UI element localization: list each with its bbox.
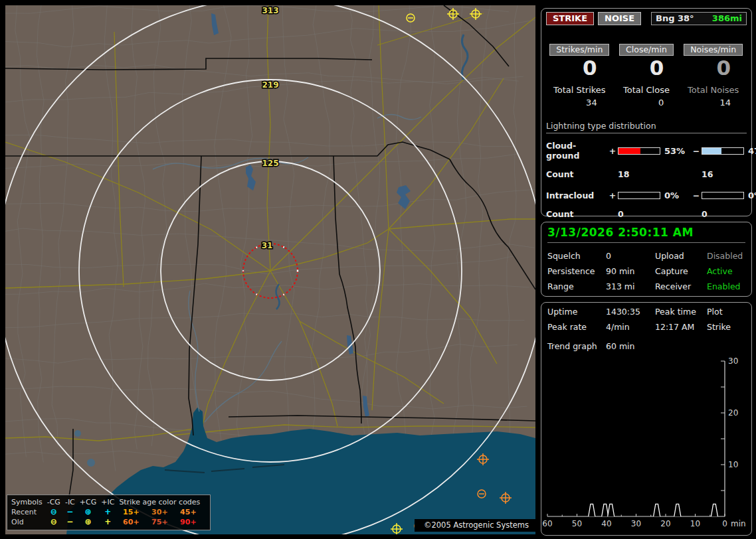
svg-text:50: 50 (572, 519, 582, 528)
recent-ncg-icon: ⊖ (47, 507, 65, 517)
svg-text:20: 20 (728, 408, 738, 418)
cg-plus-bar (618, 147, 660, 155)
strikes-per-min-button[interactable]: Strikes/min (549, 44, 609, 56)
svg-text:20: 20 (660, 519, 670, 528)
svg-text:30: 30 (728, 356, 738, 366)
age-75: 75+ (147, 517, 176, 527)
svg-text:10: 10 (728, 460, 738, 469)
total-noises-value: 14 (680, 98, 747, 108)
close-per-min-button[interactable]: Close/min (619, 44, 674, 56)
trend-box: Uptime 1430:35 Peak time Plot Peak rate … (541, 302, 752, 536)
total-strikes-value: 34 (546, 98, 613, 108)
upload-value: Disabled (707, 251, 745, 261)
persistence-value: 90 min (606, 266, 655, 276)
trend-axes (547, 361, 725, 516)
ic-plus-count: 0 (618, 209, 662, 219)
cg-count-label: Count (546, 169, 607, 179)
ic-minus-count: 0 (702, 209, 745, 219)
legend-col-ncg: -CG (47, 497, 65, 507)
recent-pic-icon: + (101, 507, 119, 517)
age-90: 90+ (176, 517, 205, 527)
noises-per-min-button[interactable]: Noises/min (684, 44, 743, 56)
uptime-label: Uptime (547, 307, 606, 317)
svg-text:31: 31 (262, 241, 273, 250)
map-canvas: 31321912531 (5, 5, 535, 534)
uptime-value: 1430:35 (606, 307, 655, 317)
map-legend: Symbols -CG -IC +CG +IC Strike age color… (7, 495, 211, 530)
svg-text:40: 40 (601, 519, 611, 528)
squelch-value: 0 (606, 251, 655, 261)
noise-mode-button[interactable]: NOISE (598, 12, 641, 25)
cg-plus-pct: 53% (662, 146, 691, 156)
legend-old-label: Old (11, 517, 47, 527)
peak-time-value: 12:17 AM (655, 322, 707, 332)
cg-plus-count: 18 (618, 169, 662, 179)
cg-minus-count: 16 (702, 169, 745, 179)
old-pcg-icon: ⊕ (80, 517, 101, 527)
svg-text:60: 60 (542, 519, 552, 528)
strikes-rate-value: 0 (546, 56, 613, 79)
legend-col-pcg: +CG (80, 497, 101, 507)
persistence-label: Persistence (547, 266, 606, 276)
ic-count-label: Count (546, 209, 607, 219)
ic-minus-bar (702, 192, 744, 199)
age-45: 45+ (176, 507, 205, 517)
range-label: Range (547, 281, 606, 291)
recent-pcg-icon: ⊕ (80, 507, 101, 517)
plot-label: Plot (707, 307, 745, 317)
legend-age-header: Strike age color codes (119, 497, 205, 507)
capture-label: Capture (655, 266, 707, 276)
intracloud-label: Intracloud (546, 191, 607, 200)
peak-time-label: Peak time (655, 307, 707, 317)
app-window: 31321912531 Symbols -CG -IC +CG +IC Stri… (0, 0, 756, 539)
cloud-ground-label: Cloud-ground (546, 141, 607, 161)
plot-mode-value[interactable]: Strike (707, 322, 745, 332)
peak-rate-value: 4/min (606, 322, 655, 332)
trend-graph: 6050403020100min102030 (541, 344, 751, 536)
range-value: 313 mi (606, 281, 655, 291)
ic-minus-pct: 0% (745, 191, 756, 200)
legend-col-nic: -IC (65, 497, 80, 507)
strike-map[interactable]: 31321912531 Symbols -CG -IC +CG +IC Stri… (5, 5, 535, 534)
legend-col-pic: +IC (101, 497, 119, 507)
noises-rate-value: 0 (680, 56, 747, 79)
svg-text:min: min (731, 519, 746, 528)
svg-text:313: 313 (262, 6, 278, 15)
age-60: 60+ (119, 517, 147, 527)
age-30: 30+ (147, 507, 176, 517)
recent-nic-icon: − (65, 507, 80, 517)
plus-sign: + (607, 146, 618, 156)
ic-plus-pct: 0% (662, 191, 691, 200)
distribution-title: Lightning type distribution (546, 121, 747, 133)
squelch-label: Squelch (547, 251, 606, 261)
noises-counter: Noises/min 0 Total Noises 14 (680, 42, 747, 108)
total-noises-label: Total Noises (680, 85, 747, 95)
age-15: 15+ (119, 507, 147, 517)
capture-value: Active (707, 266, 745, 276)
cg-minus-bar (702, 147, 744, 155)
close-counter: Close/min 0 Total Close 0 (613, 42, 680, 108)
side-panel: STRIKE NOISE Bng 38° 386mi Strikes/min 0… (538, 0, 756, 539)
minus-sign2: − (691, 191, 702, 200)
strike-mode-button[interactable]: STRIKE (546, 12, 594, 25)
old-pic-icon: + (101, 517, 119, 527)
legend-symbols-header: Symbols (11, 497, 47, 507)
receiver-value: Enabled (707, 281, 745, 291)
old-ncg-icon: ⊖ (47, 517, 65, 527)
datetime-display: 3/13/2026 2:50:11 AM (547, 226, 745, 239)
upload-label: Upload (655, 251, 707, 261)
legend-recent-label: Recent (11, 507, 47, 517)
svg-text:219: 219 (262, 80, 278, 90)
svg-text:125: 125 (262, 159, 278, 168)
minus-sign: − (691, 146, 702, 156)
total-strikes-label: Total Strikes (546, 85, 613, 95)
strike-stats-box: STRIKE NOISE Bng 38° 386mi Strikes/min 0… (541, 8, 752, 216)
bearing-value: Bng 38° (656, 13, 694, 24)
plus-sign2: + (607, 191, 618, 200)
receiver-label: Receiver (655, 281, 707, 291)
svg-text:10: 10 (690, 519, 700, 528)
total-close-value: 0 (613, 98, 680, 108)
receiver-status-box: 3/13/2026 2:50:11 AM Squelch 0 Upload Di… (541, 222, 752, 297)
svg-text:30: 30 (631, 519, 641, 528)
bearing-distance-readout: Bng 38° 386mi (651, 12, 747, 25)
